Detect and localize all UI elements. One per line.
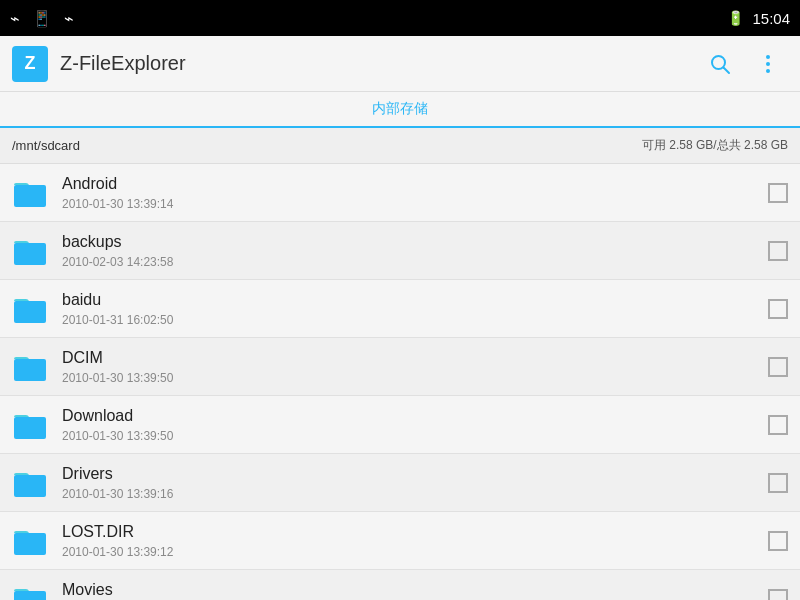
storage-info: 可用 2.58 GB/总共 2.58 GB	[642, 137, 788, 154]
file-checkbox[interactable]	[768, 299, 788, 319]
file-date: 2010-01-30 13:39:14	[62, 197, 768, 211]
current-path: /mnt/sdcard	[12, 138, 80, 153]
status-right: 🔋 15:04	[727, 10, 790, 27]
file-checkbox[interactable]	[768, 183, 788, 203]
list-item[interactable]: Drivers2010-01-30 13:39:16	[0, 454, 800, 512]
phone-icon: 📱	[32, 9, 52, 28]
file-date: 2010-01-30 13:39:12	[62, 545, 768, 559]
list-item[interactable]: DCIM2010-01-30 13:39:50	[0, 338, 800, 396]
svg-rect-7	[14, 301, 46, 323]
file-date: 2010-01-31 16:02:50	[62, 313, 768, 327]
usb2-icon: ⌁	[64, 9, 74, 28]
list-item[interactable]: backups2010-02-03 14:23:58	[0, 222, 800, 280]
app-title: Z-FileExplorer	[60, 52, 700, 75]
file-checkbox[interactable]	[768, 473, 788, 493]
svg-point-4	[766, 69, 770, 73]
file-info: Download2010-01-30 13:39:50	[62, 406, 768, 443]
file-date: 2010-01-30 13:39:50	[62, 429, 768, 443]
status-bar: ⌁ 📱 ⌁ 🔋 15:04	[0, 0, 800, 36]
file-name: backups	[62, 232, 768, 253]
app-logo: Z	[12, 46, 48, 82]
list-item[interactable]: Download2010-01-30 13:39:50	[0, 396, 800, 454]
folder-icon	[12, 233, 48, 269]
more-menu-button[interactable]	[748, 44, 788, 84]
file-date: 2010-01-30 13:39:16	[62, 487, 768, 501]
file-name: Download	[62, 406, 768, 427]
file-name: DCIM	[62, 348, 768, 369]
file-date: 2010-01-30 13:39:50	[62, 371, 768, 385]
file-info: LOST.DIR2010-01-30 13:39:12	[62, 522, 768, 559]
folder-icon	[12, 465, 48, 501]
list-item[interactable]: Movies2010-01-30 13:39:50	[0, 570, 800, 600]
file-name: Android	[62, 174, 768, 195]
file-checkbox[interactable]	[768, 357, 788, 377]
tab-internal-storage[interactable]: 内部存储	[372, 100, 428, 118]
list-item[interactable]: Android2010-01-30 13:39:14	[0, 164, 800, 222]
list-item[interactable]: baidu2010-01-31 16:02:50	[0, 280, 800, 338]
path-bar: /mnt/sdcard 可用 2.58 GB/总共 2.58 GB	[0, 128, 800, 164]
usb-icon: ⌁	[10, 9, 20, 28]
search-button[interactable]	[700, 44, 740, 84]
folder-icon	[12, 291, 48, 327]
search-icon	[708, 52, 732, 76]
file-name: Movies	[62, 580, 768, 600]
svg-rect-10	[14, 475, 46, 497]
svg-point-2	[766, 55, 770, 59]
folder-icon	[12, 175, 48, 211]
svg-rect-5	[14, 185, 46, 207]
file-info: Movies2010-01-30 13:39:50	[62, 580, 768, 600]
svg-point-3	[766, 62, 770, 66]
svg-rect-9	[14, 417, 46, 439]
svg-rect-11	[14, 533, 46, 555]
file-date: 2010-02-03 14:23:58	[62, 255, 768, 269]
folder-icon	[12, 581, 48, 601]
app-bar-actions	[700, 44, 788, 84]
file-checkbox[interactable]	[768, 415, 788, 435]
battery-icon: 🔋	[727, 10, 744, 26]
app-bar: Z Z-FileExplorer	[0, 36, 800, 92]
file-info: baidu2010-01-31 16:02:50	[62, 290, 768, 327]
folder-icon	[12, 407, 48, 443]
tab-bar: 内部存储	[0, 92, 800, 128]
more-vert-icon	[756, 52, 780, 76]
file-info: Drivers2010-01-30 13:39:16	[62, 464, 768, 501]
folder-icon	[12, 349, 48, 385]
status-icons: ⌁ 📱 ⌁	[10, 9, 74, 28]
status-time: 15:04	[752, 10, 790, 27]
folder-icon	[12, 523, 48, 559]
file-name: LOST.DIR	[62, 522, 768, 543]
file-checkbox[interactable]	[768, 531, 788, 551]
file-checkbox[interactable]	[768, 241, 788, 261]
svg-rect-12	[14, 591, 46, 601]
file-info: Android2010-01-30 13:39:14	[62, 174, 768, 211]
file-info: DCIM2010-01-30 13:39:50	[62, 348, 768, 385]
svg-line-1	[724, 67, 730, 73]
svg-rect-8	[14, 359, 46, 381]
list-item[interactable]: LOST.DIR2010-01-30 13:39:12	[0, 512, 800, 570]
file-name: baidu	[62, 290, 768, 311]
file-list: Android2010-01-30 13:39:14backups2010-02…	[0, 164, 800, 600]
file-checkbox[interactable]	[768, 589, 788, 601]
file-info: backups2010-02-03 14:23:58	[62, 232, 768, 269]
svg-rect-6	[14, 243, 46, 265]
file-name: Drivers	[62, 464, 768, 485]
